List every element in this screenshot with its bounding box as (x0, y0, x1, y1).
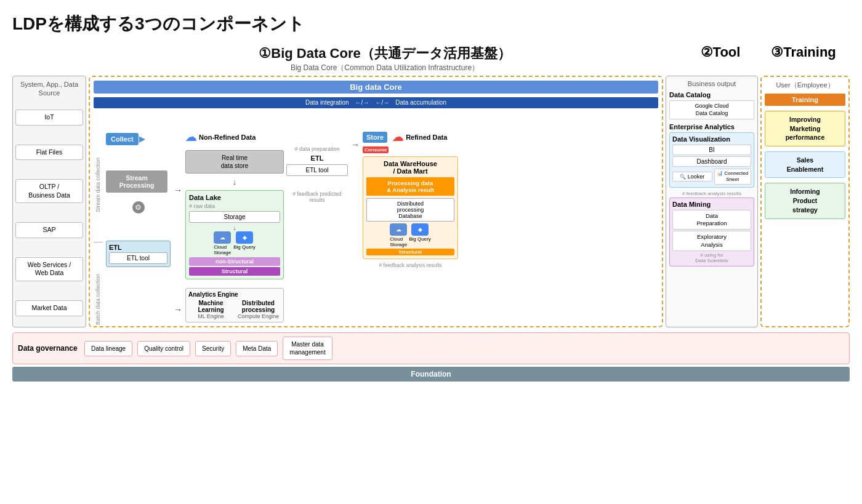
integration-bar: Data integration ←/→ ←/→ Data accumulati… (94, 97, 658, 108)
looker-icon: 🔍 (680, 174, 686, 180)
user-card-3: Informing Product strategy (765, 183, 845, 218)
diagram: System, App., Data Source IoT Flat Files… (12, 76, 850, 327)
etl-tool-middle: ETL tool (286, 164, 348, 176)
non-structural-bar: non-Structural (189, 257, 280, 266)
store-button[interactable]: Store (363, 132, 387, 143)
etl-box: ETL ETL tool (106, 241, 171, 267)
refined-data-label: Refined Data (406, 134, 447, 141)
bdc-inner: Stream data collection Batch data collec… (94, 112, 658, 354)
bi-box: BI (672, 145, 751, 155)
source-column: System, App., Data Source IoT Flat Files… (12, 76, 86, 327)
cloud-storage-label: CloudStorage (214, 244, 231, 255)
data-lake-title: Data Lake (189, 194, 280, 201)
source-market: Market Data (15, 300, 83, 316)
batch-label: Batch data collection (94, 245, 102, 354)
dp-label: Distributed processing (236, 300, 281, 313)
ml-box: Machine Learning ML Engine (188, 300, 233, 319)
looker-box: 🔍 Looker (672, 172, 712, 182)
dashboard-box: Dashboard (672, 156, 751, 167)
source-col-title: System, App., Data Source (15, 80, 83, 98)
bigquery-label: Big Query (233, 244, 256, 250)
data-catalog-label: Data Catalog (669, 91, 754, 98)
cloud-storage-icon-box-2: ☁ CloudStorage (390, 223, 407, 247)
distributed-box: DistributedprocessingDatabase (366, 198, 454, 222)
data-mining-title: Data Mining (672, 201, 751, 208)
data-lake-section: Data Lake # raw data Storage ↓ ☁ CloudSt… (185, 190, 284, 279)
collection-column: Collect Stream Processing ⚙ ETL ETL tool (106, 112, 171, 354)
bigquery-icon: ◆ (236, 231, 253, 244)
section3-header: ③Training (757, 44, 850, 73)
foundation-bar: Foundation (12, 367, 850, 382)
data-viz-section: Data Visualization BI Dashboard 🔍 Looker… (669, 132, 754, 187)
page-container: LDPを構成する3つのコンポーネント ①Big Data Core（共通データ活… (0, 0, 862, 388)
arrows-col: → → (173, 112, 183, 354)
refined-col: Store ☁ Refined Data Consume Data WareHo… (363, 112, 458, 354)
collect-button[interactable]: Collect (106, 133, 139, 145)
business-col-title: Business output (669, 80, 754, 87)
source-spacer (12, 44, 86, 73)
ml-engine: ML Engine (188, 313, 233, 319)
structural-bar: Structural (189, 267, 280, 276)
arrow1: → (174, 185, 182, 195)
for-ds-label: # using for Data Scientists (672, 252, 751, 263)
training-col-title: User（Employee） (765, 81, 845, 90)
bigquery-label-2: Big Query (409, 236, 431, 242)
non-refined-label: Non-Refined Data (199, 134, 256, 141)
user-card-2: Sales Enablement (765, 151, 845, 178)
dw-title: Data WareHouse/ Data Mart (366, 160, 454, 175)
section1-title: ①Big Data Core（共通データ活用基盤） (86, 44, 683, 63)
user-card-1-text: Improving Marketing performance (786, 116, 825, 141)
governance-title: Data governance (18, 337, 79, 360)
data-viz-title: Data Visualization (672, 135, 751, 143)
source-web: Web Services /Web Data (15, 257, 83, 281)
stream-label: Stream data collection (94, 130, 102, 239)
bigquery-icon-box-2: ◆ Big Query (409, 223, 431, 247)
middle-column: ☁ Non-Refined Data Real time data store … (185, 112, 284, 354)
section1-sub: Big Data Core（Common Data Utilization In… (86, 63, 683, 73)
business-column: Business output Data Catalog Google Clou… (666, 76, 758, 327)
connector-gear: ⚙ (106, 201, 171, 214)
training-column: User（Employee） Training Improving Market… (760, 76, 850, 327)
refined-header: Store ☁ Refined Data Consume (363, 130, 458, 153)
connected-sheet-label: Connected Sheet (725, 170, 749, 182)
user-card-2-text: Sales Enablement (787, 156, 824, 173)
etl-middle-col: # data preparation ETL ETL tool # feedba… (286, 112, 348, 354)
data-prep-label: # data preparation (286, 146, 348, 152)
source-items: IoT Flat Files OLTP /Business Data SAP W… (15, 103, 83, 323)
main-title: LDPを構成する3つのコンポーネント (12, 12, 850, 36)
arrows-col-2: → (350, 112, 360, 354)
analytics-row: Analytics Engine Machine Learning ML Eng… (185, 288, 284, 322)
raw-data-label: # raw data (189, 203, 280, 209)
arrow2: → (174, 305, 182, 314)
bigquery-icon-box: ◆ Big Query (233, 231, 256, 255)
data-catalog-section: Data Catalog Google Cloud Data Catalog (669, 91, 754, 119)
compute-engine: Compute Engine (236, 313, 281, 319)
processing-box: Processing data& Analysis result (366, 177, 454, 196)
google-cloud-catalog: Google Cloud Data Catalog (669, 100, 754, 119)
down-arrow-1: ↓ (185, 177, 284, 186)
icons-row2: ☁ CloudStorage ◆ Big Query (366, 223, 454, 247)
exploratory-box: Exploratory Analysis (672, 231, 751, 251)
stream-section: Collect Stream Processing (106, 112, 171, 193)
consume-badge: Consume (363, 146, 389, 153)
section-headers: ①Big Data Core（共通データ活用基盤） Big Data Core（… (12, 44, 850, 73)
cloud-storage-icon-2: ☁ (390, 223, 407, 236)
down-arrow-2: ↓ (189, 225, 280, 231)
cloud-icon-1: ☁ (185, 130, 196, 144)
section3-title: ③Training (757, 44, 850, 60)
realtime-box: Real time data store (185, 150, 284, 174)
source-oltp: OLTP /Business Data (15, 179, 83, 203)
source-sap: SAP (15, 222, 83, 238)
cloud-storage-label-2: CloudStorage (390, 236, 407, 247)
bdc-column: Big data Core Data integration ←/→ ←/→ D… (89, 76, 663, 327)
bigquery-icon-2: ◆ (411, 223, 429, 236)
analytics-inner: Machine Learning ML Engine Distributed p… (188, 300, 281, 319)
cloud-icon-2: ☁ (392, 130, 403, 144)
section2-title: ②Tool (683, 44, 757, 60)
bdc-title: Big data Core (94, 81, 658, 94)
cloud-storage-icon: ☁ (214, 231, 231, 244)
user-card-1: Improving Marketing performance (765, 111, 845, 146)
gear-icon: ⚙ (132, 201, 145, 214)
cloud-storage-icon-box: ☁ CloudStorage (214, 231, 231, 255)
looker-label: Looker (688, 174, 705, 180)
